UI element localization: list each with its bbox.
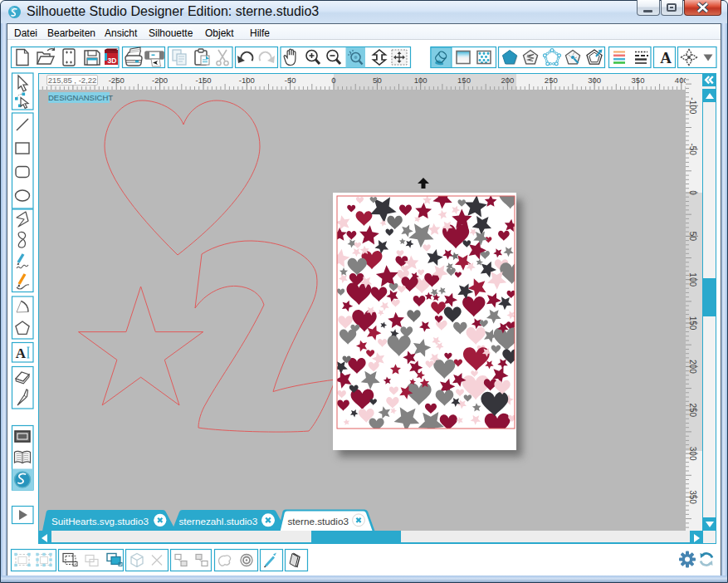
svg-text:sterne.studio3: sterne.studio3 — [288, 516, 349, 527]
svg-text:-200: -200 — [152, 76, 168, 85]
svg-text:200: 200 — [688, 360, 697, 374]
svg-text:-250: -250 — [109, 76, 125, 85]
svg-text:150: 150 — [457, 76, 471, 85]
svg-text:-50: -50 — [285, 76, 296, 85]
svg-text:150: 150 — [688, 316, 697, 331]
svg-text:0: 0 — [331, 76, 335, 85]
svg-text:350: 350 — [632, 76, 645, 85]
svg-text:250: 250 — [688, 403, 697, 417]
svg-text:350: 350 — [688, 490, 697, 504]
svg-text:200: 200 — [501, 76, 514, 85]
svg-text:A: A — [660, 49, 672, 66]
svg-text:300: 300 — [688, 447, 697, 461]
svg-text:100: 100 — [688, 272, 697, 287]
svg-text:-50: -50 — [688, 143, 697, 155]
svg-text:3D: 3D — [108, 56, 117, 65]
svg-text:50: 50 — [688, 232, 697, 242]
svg-text:-150: -150 — [195, 76, 211, 85]
svg-text:-100: -100 — [688, 97, 697, 114]
svg-text:0: 0 — [688, 190, 697, 195]
svg-text:300: 300 — [588, 76, 601, 85]
svg-text:sternezahl.studio3: sternezahl.studio3 — [179, 516, 258, 527]
svg-text:250: 250 — [545, 76, 558, 85]
svg-text:50: 50 — [373, 76, 382, 85]
svg-text:SuitHearts.svg.studio3: SuitHearts.svg.studio3 — [51, 516, 149, 527]
svg-text:100: 100 — [414, 76, 428, 85]
svg-text:-100: -100 — [239, 76, 255, 85]
svg-text:A: A — [16, 345, 27, 361]
